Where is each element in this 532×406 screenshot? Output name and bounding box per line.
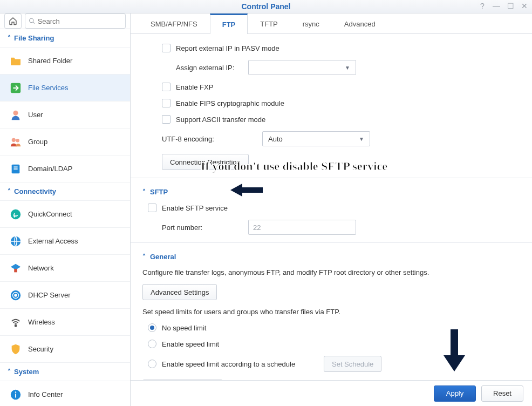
sidebar-item-domain-ldap[interactable]: Domain/LDAP — [0, 155, 130, 182]
chevron-down-icon: ▼ — [359, 136, 364, 142]
svg-point-3 — [13, 110, 18, 115]
input-port-number[interactable]: 22 — [248, 220, 356, 235]
label-utf8: UTF-8 encoding: — [162, 135, 262, 143]
radio-no-speed-limit[interactable] — [148, 323, 156, 332]
advanced-settings-button[interactable]: Advanced Settings — [142, 284, 217, 300]
minimize-icon[interactable]: — — [492, 2, 501, 10]
chevron-up-icon: ˄ — [142, 188, 146, 196]
home-button[interactable] — [4, 13, 22, 29]
label-enable-fxp: Enable FXP — [176, 83, 213, 91]
shield-icon — [10, 343, 22, 355]
svg-point-4 — [12, 138, 16, 141]
chevron-up-icon: ˄ — [8, 35, 11, 42]
svg-point-15 — [15, 325, 17, 327]
tab-bar: SMB/AFP/NFS FTP TFTP rsync Advanced — [131, 13, 532, 34]
titlebar: Control Panel ? — ☐ ✕ — [0, 0, 532, 13]
reset-button[interactable]: Reset — [481, 385, 523, 402]
file-services-icon — [10, 82, 22, 94]
maximize-icon[interactable]: ☐ — [506, 2, 515, 10]
user-icon — [10, 109, 22, 121]
section-sftp[interactable]: ˄ SFTP — [142, 188, 520, 196]
dhcp-icon — [10, 289, 22, 301]
set-schedule-button[interactable]: Set Schedule — [324, 356, 381, 372]
svg-rect-11 — [14, 268, 17, 272]
content: SMB/AFP/NFS FTP TFTP rsync Advanced Repo… — [131, 13, 532, 406]
checkbox-enable-sftp[interactable] — [148, 204, 156, 212]
folder-icon — [10, 55, 22, 67]
svg-point-9 — [11, 209, 21, 219]
domain-icon — [10, 163, 22, 175]
quickconnect-icon — [10, 208, 22, 220]
sidebar-item-group[interactable]: Group — [0, 128, 130, 155]
speed-limit-description: Set speed limits for users and groups wh… — [142, 308, 520, 316]
tab-smb-afp-nfs[interactable]: SMB/AFP/NFS — [138, 13, 210, 34]
chevron-up-icon: ˄ — [8, 368, 11, 376]
sidebar-item-network[interactable]: Network — [0, 255, 130, 282]
sidebar-item-info-center[interactable]: Info Center — [0, 381, 130, 406]
general-description: Configure file transfer logs, anonymous … — [142, 268, 520, 276]
chevron-up-icon: ˄ — [142, 253, 146, 261]
svg-rect-7 — [13, 166, 17, 167]
select-utf8[interactable]: Auto ▼ — [262, 131, 370, 146]
sidebar-item-dhcp-server[interactable]: DHCP Server — [0, 282, 130, 309]
label-support-ascii: Support ASCII transfer mode — [176, 116, 265, 124]
connection-restriction-button[interactable]: Connection Restriction — [162, 154, 249, 170]
checkbox-enable-fxp[interactable] — [162, 83, 170, 91]
search-icon — [29, 17, 36, 25]
section-general[interactable]: ˄ General — [142, 253, 520, 261]
svg-line-1 — [33, 22, 35, 24]
chevron-up-icon: ˄ — [8, 188, 11, 195]
sidebar-item-security[interactable]: Security — [0, 336, 130, 363]
label-assign-external-ip: Assign external IP: — [162, 64, 248, 72]
help-icon[interactable]: ? — [478, 2, 487, 10]
svg-point-18 — [15, 391, 16, 393]
svg-rect-17 — [15, 394, 16, 397]
checkbox-report-external-ip[interactable] — [162, 44, 170, 52]
select-external-ip[interactable]: ▼ — [248, 60, 356, 75]
search-input[interactable] — [38, 17, 122, 25]
radio-enable-speed-limit[interactable] — [148, 340, 156, 348]
sidebar-item-shared-folder[interactable]: Shared Folder — [0, 48, 130, 75]
radio-speed-limit-schedule[interactable] — [148, 360, 156, 368]
sidebar-section-connectivity[interactable]: ˄ Connectivity — [0, 182, 130, 201]
label-report-external-ip: Report external IP in PASV mode — [176, 44, 279, 52]
sidebar-item-quickconnect[interactable]: QuickConnect — [0, 201, 130, 228]
sidebar-section-system[interactable]: ˄ System — [0, 363, 130, 381]
label-port-number: Port number: — [148, 224, 248, 232]
tab-ftp[interactable]: FTP — [210, 13, 248, 34]
tab-tftp[interactable]: TFTP — [248, 13, 290, 34]
svg-point-0 — [30, 18, 33, 22]
sidebar-item-external-access[interactable]: External Access — [0, 228, 130, 255]
info-icon — [10, 389, 22, 401]
label-enable-fips: Enable FIPS cryptographic module — [176, 99, 284, 107]
home-icon — [9, 17, 17, 25]
network-icon — [10, 262, 22, 274]
tab-rsync[interactable]: rsync — [290, 13, 332, 34]
checkbox-enable-fips[interactable] — [162, 99, 170, 107]
globe-icon — [10, 235, 22, 247]
search-input-wrapper[interactable] — [25, 13, 126, 29]
svg-rect-8 — [13, 168, 17, 170]
chevron-down-icon: ▼ — [345, 65, 350, 71]
sidebar-item-wireless[interactable]: Wireless — [0, 309, 130, 336]
svg-point-5 — [16, 139, 19, 142]
sidebar-section-file-sharing[interactable]: ˄ File Sharing — [0, 29, 130, 48]
wifi-icon — [10, 316, 22, 328]
tab-advanced[interactable]: Advanced — [332, 13, 388, 34]
window-title: Control Panel — [241, 2, 290, 11]
close-icon[interactable]: ✕ — [520, 2, 529, 10]
sidebar: ˄ File Sharing Shared Folder File Servic… — [0, 13, 131, 406]
svg-point-13 — [14, 294, 17, 297]
apply-button[interactable]: Apply — [434, 385, 476, 402]
footer: Apply Reset — [131, 380, 532, 406]
group-icon — [10, 136, 22, 148]
checkbox-support-ascii[interactable] — [162, 115, 170, 124]
sidebar-item-file-services[interactable]: File Services — [0, 75, 130, 102]
sidebar-item-user[interactable]: User — [0, 102, 130, 128]
label-enable-sftp: Enable SFTP service — [162, 204, 228, 212]
